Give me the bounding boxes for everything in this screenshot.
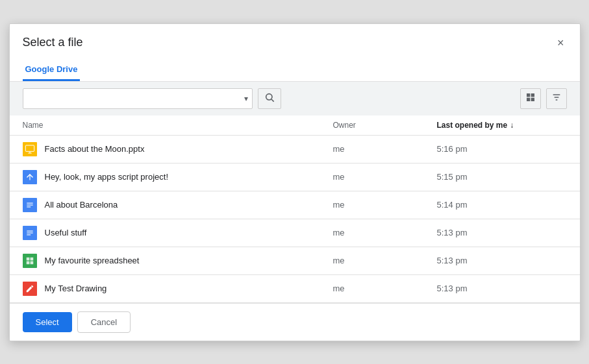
file-last-opened: 5:13 pm [437, 228, 567, 237]
tab-google-drive[interactable]: Google Drive [23, 59, 81, 81]
col-header-name: Name [23, 121, 333, 130]
svg-line-1 [271, 99, 274, 102]
dialog-title: Select a file [23, 36, 83, 49]
file-type-icon [23, 198, 37, 212]
table-row[interactable]: My Test Drawing me 5:13 pm [10, 275, 580, 303]
file-owner: me [333, 144, 437, 154]
table-row[interactable]: My favourite spreadsheet me 5:13 pm [10, 247, 580, 275]
search-icon [264, 92, 275, 104]
chevron-down-icon: ▾ [244, 94, 248, 103]
svg-rect-6 [25, 145, 34, 151]
file-name: Facts about the Moon.pptx [45, 144, 145, 154]
file-name-cell: My favourite spreadsheet [23, 254, 333, 268]
sort-arrow-icon: ↓ [510, 121, 514, 130]
file-name-cell: Useful stuff [23, 226, 333, 240]
svg-rect-16 [26, 257, 29, 260]
file-name-cell: My Test Drawing [23, 282, 333, 296]
search-wrapper: ▾ [23, 88, 253, 109]
search-button[interactable] [258, 88, 281, 109]
cancel-button[interactable]: Cancel [77, 311, 131, 333]
table-header: Name Owner Last opened by me ↓ [10, 115, 580, 136]
table-row[interactable]: Facts about the Moon.pptx me 5:16 pm [10, 136, 580, 164]
svg-rect-4 [527, 97, 530, 101]
search-input[interactable] [23, 89, 240, 108]
file-last-opened: 5:13 pm [437, 284, 567, 293]
file-name: My favourite spreadsheet [45, 256, 140, 265]
svg-rect-3 [531, 93, 534, 97]
file-owner: me [333, 172, 437, 182]
file-name: Hey, look, my apps script project! [45, 172, 169, 182]
svg-rect-2 [527, 93, 530, 97]
select-file-dialog: Select a file × Google Drive ▾ [9, 23, 581, 341]
file-name: My Test Drawing [45, 284, 107, 293]
close-button[interactable]: × [555, 34, 567, 51]
svg-rect-18 [26, 261, 29, 264]
file-owner: me [333, 200, 437, 210]
grid-view-button[interactable] [520, 88, 541, 109]
file-last-opened: 5:16 pm [437, 144, 567, 154]
col-header-last: Last opened by me ↓ [437, 121, 567, 130]
file-last-opened: 5:13 pm [437, 256, 567, 265]
file-name: All about Barcelona [45, 200, 118, 210]
table-row[interactable]: All about Barcelona me 5:14 pm [10, 191, 580, 219]
file-owner: me [333, 284, 437, 293]
sort-icon [551, 92, 562, 105]
grid-icon [525, 92, 536, 105]
svg-point-0 [266, 94, 271, 100]
table-row[interactable]: Useful stuff me 5:13 pm [10, 219, 580, 247]
file-type-icon [23, 226, 37, 240]
file-type-icon [23, 254, 37, 268]
svg-rect-17 [30, 257, 33, 260]
file-owner: me [333, 256, 437, 265]
file-type-icon [23, 282, 37, 296]
toolbar: ▾ [10, 82, 580, 115]
file-owner: me [333, 228, 437, 237]
file-last-opened: 5:15 pm [437, 172, 567, 182]
sort-button[interactable] [546, 88, 567, 109]
col-header-owner: Owner [333, 121, 437, 130]
file-name-cell: Facts about the Moon.pptx [23, 142, 333, 156]
file-last-opened: 5:14 pm [437, 200, 567, 210]
table-row[interactable]: Hey, look, my apps script project! me 5:… [10, 164, 580, 191]
file-type-icon [23, 170, 37, 184]
file-name: Useful stuff [45, 228, 87, 237]
file-name-cell: All about Barcelona [23, 198, 333, 212]
svg-rect-19 [30, 261, 33, 264]
dialog-header: Select a file × [10, 24, 580, 51]
dialog-footer: Select Cancel [10, 303, 580, 341]
file-name-cell: Hey, look, my apps script project! [23, 170, 333, 184]
tab-bar: Google Drive [10, 59, 580, 82]
file-rows-container: Facts about the Moon.pptx me 5:16 pm Hey… [10, 136, 580, 303]
svg-rect-5 [531, 97, 534, 101]
file-type-icon [23, 142, 37, 156]
select-button[interactable]: Select [23, 312, 72, 332]
search-dropdown-button[interactable]: ▾ [240, 94, 252, 103]
file-table: Name Owner Last opened by me ↓ Facts abo… [10, 115, 580, 303]
